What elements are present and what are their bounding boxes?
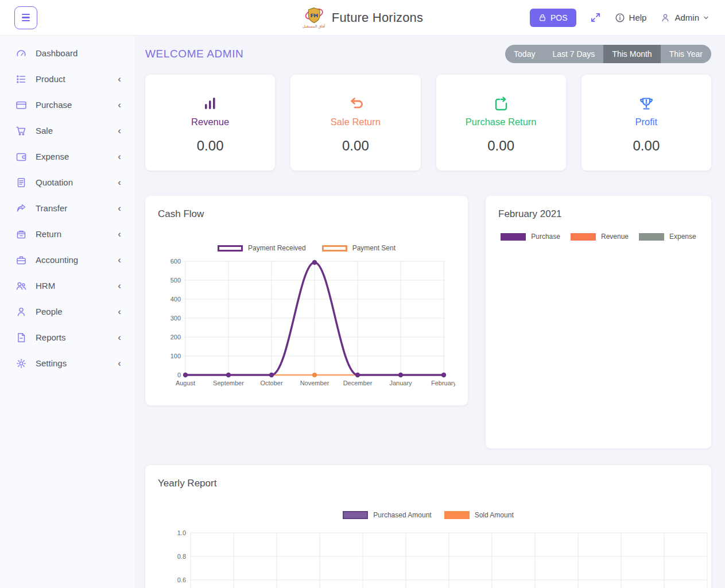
cart-icon [15,125,27,137]
logo-subtext: آفاق المستقبل [303,24,325,29]
sidebar-item-label: Quotation [36,177,73,187]
sidebar-item-transfer[interactable]: Transfer [0,195,135,221]
svg-text:January: January [389,380,412,386]
stat-card-sale-return[interactable]: Sale Return 0.00 [290,75,420,171]
trophy-icon [638,91,655,112]
legend-label: Purchase [531,233,560,241]
wallet-icon [15,151,27,163]
sidebar-item-label: Accounting [36,255,78,265]
legend-payment-received[interactable]: Payment Received [218,244,306,252]
legend-sold-amount[interactable]: Sold Amount [444,511,514,519]
pos-button-label: POS [550,13,568,22]
shield-logo-icon: FH [304,6,324,26]
legend-payment-sent[interactable]: Payment Sent [322,244,396,252]
list-icon [15,74,27,85]
cash-flow-chart: 600 500 400 300 200 100 0 August Septemb… [158,256,455,389]
svg-text:December: December [343,380,373,386]
sidebar-item-label: Dashboard [36,48,77,58]
sidebar-item-purchase[interactable]: Purchase [0,92,135,118]
svg-text:400: 400 [170,296,181,303]
sidebar-item-settings[interactable]: Settings [0,350,135,376]
legend-label: Sold Amount [475,511,514,519]
legend-swatch [444,511,470,519]
user-icon [660,13,670,23]
svg-text:August: August [176,380,195,386]
svg-text:100: 100 [170,353,181,359]
svg-text:0.8: 0.8 [177,553,186,560]
sidebar: Dashboard Product Purchase Sale Expense … [0,36,135,588]
yearly-report-card: Yearly Report Purchased Amount Sold Amou… [145,465,711,588]
sidebar-item-label: Product [36,74,65,84]
february-title: February 2021 [498,208,699,220]
gear-icon [15,358,27,369]
sidebar-item-return[interactable]: Return [0,221,135,247]
sidebar-item-dashboard[interactable]: Dashboard [0,40,135,66]
sidebar-item-label: HRM [36,281,55,291]
file-icon [15,332,27,343]
chevron-left-icon [118,152,121,161]
svg-text:0.6: 0.6 [177,577,186,583]
help-button[interactable]: Help [615,13,647,23]
legend-purchased-amount[interactable]: Purchased Amount [343,511,431,519]
sidebar-item-quotation[interactable]: Quotation [0,169,135,195]
filter-this-year[interactable]: This Year [661,45,711,63]
svg-text:November: November [300,380,329,386]
bar-chart-icon [201,91,219,112]
filter-last-7-days[interactable]: Last 7 Days [544,45,603,63]
header-actions: POS Help [530,9,709,27]
clipboard-icon [15,177,27,188]
sidebar-item-people[interactable]: People [0,299,135,324]
admin-label: Admin [674,13,699,22]
chevron-left-icon [118,100,121,110]
chevron-left-icon [118,255,121,265]
cash-flow-legend: Payment Received Payment Sent [158,244,455,252]
sidebar-item-label: Reports [36,332,66,342]
bag-icon [538,14,546,22]
sidebar-item-expense[interactable]: Expense [0,144,135,169]
yearly-report-title: Yearly Report [158,478,699,489]
admin-menu[interactable]: Admin [660,13,709,23]
legend-label: Revenue [601,233,629,241]
info-icon [615,13,625,23]
svg-text:0: 0 [177,372,181,378]
sidebar-item-hrm[interactable]: HRM [0,273,135,299]
stat-card-profit[interactable]: Profit 0.00 [581,75,711,171]
legend-swatch [639,233,664,241]
filter-this-month[interactable]: This Month [603,45,660,63]
stat-card-revenue[interactable]: Revenue 0.00 [145,75,275,171]
chevron-left-icon [118,126,121,136]
menu-icon[interactable] [14,6,37,29]
expand-icon[interactable] [590,12,601,23]
stat-value: 0.00 [487,138,514,154]
briefcase-icon [15,254,27,266]
pos-button[interactable]: POS [530,9,576,27]
filter-today[interactable]: Today [505,45,544,63]
sidebar-item-product[interactable]: Product [0,66,135,92]
stat-card-purchase-return[interactable]: Purchase Return 0.00 [436,75,566,171]
archive-box-icon [15,229,27,240]
main-content: WELCOME ADMIN Today Last 7 Days This Mon… [135,36,725,588]
legend-expense[interactable]: Expense [639,233,696,241]
stat-label: Sale Return [331,117,381,127]
svg-text:500: 500 [170,277,181,284]
sidebar-item-sale[interactable]: Sale [0,118,135,144]
sidebar-item-accounting[interactable]: Accounting [0,247,135,273]
sidebar-item-label: People [36,307,63,316]
svg-text:October: October [260,380,282,386]
sidebar-item-label: Expense [36,152,69,161]
sidebar-item-label: Transfer [36,203,67,213]
sidebar-item-label: Sale [36,126,53,136]
sidebar-item-reports[interactable]: Reports [0,324,135,350]
svg-text:600: 600 [170,258,181,265]
legend-revenue[interactable]: Revenue [571,233,629,241]
stat-label: Revenue [191,117,229,127]
brand: FH آفاق المستقبل Future Horizons [302,6,424,29]
svg-text:February: February [431,380,455,386]
stat-value: 0.00 [633,138,660,154]
app-title: Future Horizons [332,10,424,25]
chevron-left-icon [118,281,121,291]
legend-purchase[interactable]: Purchase [501,233,560,241]
sidebar-item-label: Purchase [36,100,72,110]
svg-text:300: 300 [170,315,181,322]
legend-swatch [322,245,347,252]
